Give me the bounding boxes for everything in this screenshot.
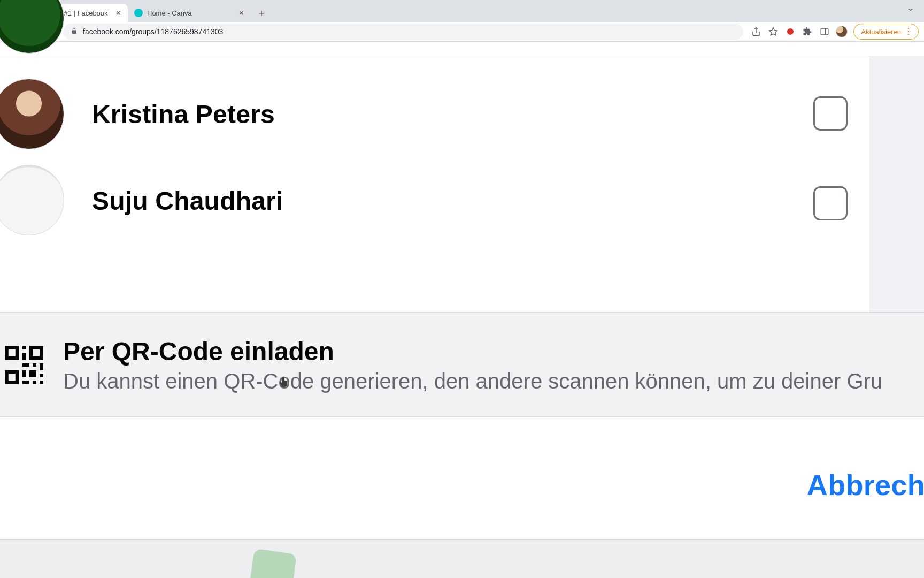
kebab-icon: ⋮ xyxy=(904,27,913,36)
svg-rect-17 xyxy=(29,370,36,377)
svg-rect-15 xyxy=(40,363,43,370)
member-row-partial xyxy=(0,42,924,63)
browser-toolbar: facebook.com/groups/1187626598741303 Akt… xyxy=(0,22,924,42)
bookmark-button[interactable] xyxy=(766,24,781,39)
svg-rect-19 xyxy=(22,381,29,384)
invite-by-qr-option[interactable]: Per QR-Code einladen Du kannst einen QR-… xyxy=(0,312,924,417)
member-name: Kristina Peters xyxy=(92,100,275,129)
profile-avatar-button[interactable] xyxy=(834,24,849,39)
adblock-extension-icon[interactable] xyxy=(783,24,798,39)
share-button[interactable] xyxy=(749,24,764,39)
svg-rect-14 xyxy=(33,363,36,367)
tab-title: Home - Canva xyxy=(147,9,233,17)
canva-favicon-icon xyxy=(134,9,143,17)
svg-rect-20 xyxy=(33,381,36,384)
svg-rect-11 xyxy=(22,346,26,349)
lock-icon xyxy=(71,27,78,36)
qr-invite-title: Per QR-Code einladen xyxy=(63,337,882,366)
svg-point-2 xyxy=(787,28,794,35)
page-background-dimmed xyxy=(0,540,924,578)
svg-rect-3 xyxy=(821,28,828,35)
member-list: Kristina Peters Suju Chaudhari xyxy=(0,42,924,229)
svg-rect-18 xyxy=(40,374,43,377)
tabstrip-menu-button[interactable] xyxy=(907,6,914,16)
member-row[interactable]: Kristina Peters xyxy=(0,63,924,165)
member-checkbox[interactable] xyxy=(813,96,848,131)
browser-tabstrip: f Test Gruppe #1 | Facebook ✕ Home - Can… xyxy=(0,0,924,22)
svg-rect-13 xyxy=(22,363,29,367)
member-row[interactable]: Suju Chaudhari xyxy=(0,165,924,229)
tab-canva[interactable]: Home - Canva ✕ xyxy=(128,4,251,22)
tab-close-button[interactable]: ✕ xyxy=(237,9,245,17)
member-name: Suju Chaudhari xyxy=(92,186,283,216)
update-label: Aktualisieren xyxy=(861,28,901,36)
side-panel-button[interactable] xyxy=(817,24,832,39)
tab-close-button[interactable]: ✕ xyxy=(114,9,122,17)
modal-footer: Abbrech xyxy=(0,417,924,540)
update-button[interactable]: Aktualisieren ⋮ xyxy=(853,24,919,40)
svg-rect-16 xyxy=(22,370,26,377)
avatar xyxy=(0,0,64,54)
member-checkbox[interactable] xyxy=(813,186,848,220)
svg-rect-6 xyxy=(9,349,16,356)
url-text: facebook.com/groups/1187626598741303 xyxy=(83,27,223,36)
background-illustration xyxy=(249,549,297,578)
qr-invite-subtitle: Du kannst einen QR-Code generieren, den … xyxy=(63,369,882,393)
cancel-button[interactable]: Abbrech xyxy=(807,468,924,501)
avatar xyxy=(0,79,64,149)
avatar xyxy=(0,165,64,235)
page-content: Kristina Peters Suju Chaudhari Per xyxy=(0,42,924,578)
new-tab-button[interactable]: ＋ xyxy=(254,5,269,20)
svg-rect-12 xyxy=(22,353,26,360)
svg-rect-10 xyxy=(9,374,16,381)
extensions-button[interactable] xyxy=(800,24,815,39)
svg-marker-1 xyxy=(769,28,777,35)
svg-rect-8 xyxy=(33,349,40,356)
address-bar[interactable]: facebook.com/groups/1187626598741303 xyxy=(63,24,743,40)
qr-code-icon xyxy=(3,344,45,386)
svg-rect-21 xyxy=(40,381,43,384)
